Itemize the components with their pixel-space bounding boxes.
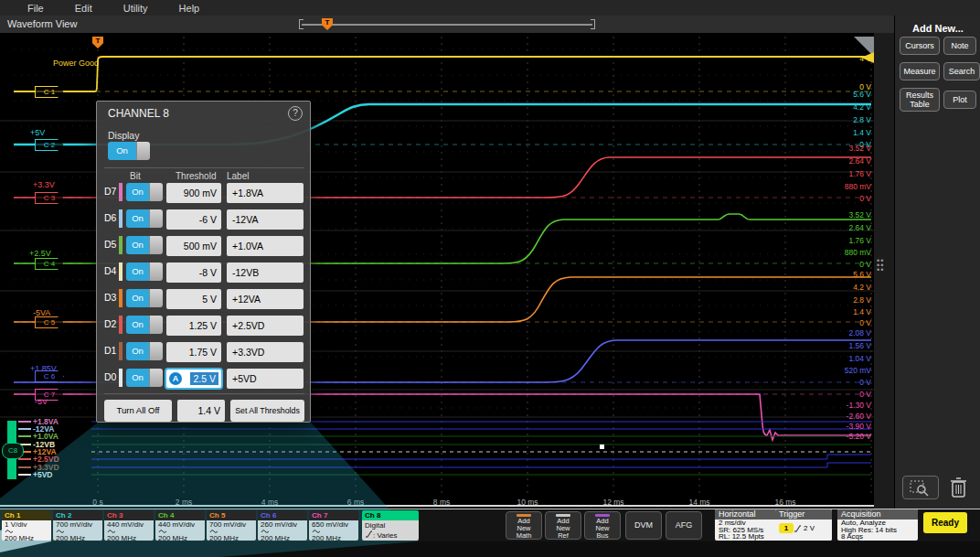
scrollbar-left-bracket[interactable]: [299, 19, 304, 29]
badge-title: Ch 7: [309, 510, 358, 520]
channel-badge-ch5[interactable]: Ch 5 700 mV/div 200 MHz: [207, 510, 256, 541]
bit-color-chip: [119, 369, 122, 387]
bit-toggle-d1[interactable]: On: [126, 342, 163, 360]
badge-title: Ch 2: [53, 510, 102, 520]
sidebar-button-results-table[interactable]: ResultsTable: [900, 88, 940, 112]
threshold-field[interactable]: -8 V: [166, 262, 221, 283]
channel-badge-ch1[interactable]: Ch 1 1 V/div 200 MHz: [2, 510, 51, 541]
bit-label-field[interactable]: -12VB: [227, 262, 304, 283]
turn-all-off-button[interactable]: Turn All Off: [104, 400, 172, 422]
channel-badge-ch3[interactable]: Ch 3 440 mV/div 200 MHz: [104, 510, 154, 541]
bit-color-chip: [119, 262, 122, 281]
digital-group-badge[interactable]: C8: [2, 443, 24, 459]
scale-label: 2.64 V: [824, 156, 871, 166]
bit-toggle-d6[interactable]: On: [126, 209, 163, 228]
rising-edge-icon: [365, 530, 373, 538]
display-toggle[interactable]: On: [108, 142, 150, 160]
add-new-math-button[interactable]: AddNewMath: [506, 511, 542, 540]
ref-color-bar: [517, 514, 531, 517]
add-new-ref-button[interactable]: AddNewRef: [545, 511, 581, 540]
sidebar-button-measure[interactable]: Measure: [900, 62, 940, 80]
threshold-field[interactable]: 500 mV: [166, 236, 221, 256]
channel-badge-ch4[interactable]: Ch 4 440 mV/div 200 MHz: [155, 510, 205, 541]
dvm-button[interactable]: DVM: [625, 511, 662, 540]
zoom-mode-button[interactable]: [902, 476, 939, 499]
ref-color-bar: [556, 514, 570, 517]
horizontal-pan-scrollbar[interactable]: [302, 24, 592, 26]
bit-toggle-d2[interactable]: On: [126, 316, 163, 334]
bit-label-field[interactable]: -12VA: [227, 209, 304, 230]
scale-label: 2.08 V: [824, 328, 871, 337]
channel-badge-ch2[interactable]: Ch 2 700 mV/div 200 MHz: [53, 510, 102, 541]
bit-label-field[interactable]: +3.3VD: [227, 342, 304, 362]
scale-label: -2.60 V: [824, 412, 871, 421]
scale-label: 5.6 V: [824, 90, 871, 99]
menu-item-file[interactable]: File: [27, 3, 44, 14]
bit-label-field[interactable]: +12VA: [227, 289, 304, 309]
col-bit: Bit: [130, 171, 141, 181]
channel-badge-ch7[interactable]: Ch 7 650 mV/div 200 MHz: [309, 510, 358, 541]
scrollbar-right-bracket[interactable]: [591, 19, 595, 29]
sidebar-button-cursors[interactable]: Cursors: [900, 37, 940, 55]
drag-handle-icon[interactable]: ••••••: [877, 259, 884, 279]
bit-name: D7: [104, 186, 119, 197]
keypad-icon[interactable]: A: [169, 372, 182, 385]
threshold-field[interactable]: 5 V: [166, 289, 221, 309]
threshold-field[interactable]: -6 V: [166, 209, 221, 230]
channel-badge-ch8[interactable]: Ch 8 Digital : Varies: [362, 510, 419, 541]
set-all-thresholds-button[interactable]: Set All Thresholds: [230, 400, 304, 422]
scale-label: 880 mV: [824, 182, 871, 191]
scale-label: 880 mV: [824, 248, 871, 257]
scale-label: 1.4 V: [824, 128, 871, 137]
trigger-badge[interactable]: Trigger 1 2 V: [775, 509, 832, 541]
sidebar-button-search[interactable]: Search: [943, 62, 980, 80]
scale-label: 5.6 V: [824, 270, 871, 279]
time-axis-label: 12 ms: [602, 498, 623, 507]
bit-label-field[interactable]: +1.0VA: [227, 236, 304, 256]
badge-title: Ch 6: [258, 510, 307, 520]
bit-toggle-d0[interactable]: On: [126, 369, 163, 387]
bit-label-field[interactable]: +1.8VA: [227, 183, 304, 203]
channel-badge-ch6[interactable]: Ch 6 260 mV/div 200 MHz: [258, 510, 307, 541]
badge-title: Ch 1: [2, 510, 51, 520]
badge-bandwidth: 200 MHz: [158, 535, 205, 541]
ready-status: Ready: [923, 512, 967, 533]
bit-toggle-d7[interactable]: On: [126, 183, 163, 201]
threshold-field[interactable]: 900 mV: [166, 183, 221, 203]
threshold-field[interactable]: 1.75 V: [166, 342, 221, 362]
bit-name: D1: [104, 345, 119, 356]
bit-toggle-d5[interactable]: On: [126, 236, 163, 254]
afg-button[interactable]: AFG: [666, 511, 702, 540]
time-axis-label: 10 ms: [517, 498, 538, 507]
badge-scale: 440 mV/div: [158, 521, 205, 529]
scale-label: 3.52 V: [824, 144, 871, 153]
scale-label: 1.04 V: [824, 354, 871, 363]
trash-button[interactable]: [948, 476, 970, 503]
bit-toggle-state: On: [126, 289, 149, 307]
trigger-position-pennant-icon[interactable]: T: [322, 18, 333, 30]
bit-toggle-d4[interactable]: On: [126, 262, 163, 281]
bit-toggle-knob: [149, 289, 163, 307]
threshold-field[interactable]: 1.25 V: [166, 316, 221, 336]
menu-item-utility[interactable]: Utility: [123, 3, 148, 14]
divider: [104, 393, 304, 394]
col-threshold: Threshold: [176, 171, 216, 181]
scale-label: 0 V: [824, 390, 871, 399]
waveform-view-tab[interactable]: Waveform View: [7, 18, 77, 29]
time-axis-label: 8 ms: [433, 498, 450, 507]
menu-item-help[interactable]: Help: [179, 3, 200, 14]
add-new-bus-button[interactable]: AddNewBus: [584, 511, 621, 540]
threshold-field-editing[interactable]: A 2.5 V: [165, 368, 223, 390]
rising-edge-icon: [794, 524, 802, 532]
all-threshold-field[interactable]: 1.4 V: [177, 400, 225, 422]
sidebar-button-plot[interactable]: Plot: [943, 91, 976, 109]
menu-item-edit[interactable]: Edit: [75, 3, 92, 14]
bit-toggle-d3[interactable]: On: [126, 289, 163, 307]
bit-label-field[interactable]: +2.5VD: [227, 316, 304, 336]
sidebar-button-note[interactable]: Note: [943, 37, 976, 55]
bit-label-field[interactable]: +5VD: [227, 369, 304, 389]
acquisition-badge[interactable]: AcquisitionAuto, AnalyzeHigh Res: 14 bit…: [837, 509, 918, 541]
help-icon[interactable]: ?: [288, 106, 303, 121]
trigger-level: 2 V: [804, 525, 815, 532]
bit-toggle-knob: [149, 342, 163, 360]
